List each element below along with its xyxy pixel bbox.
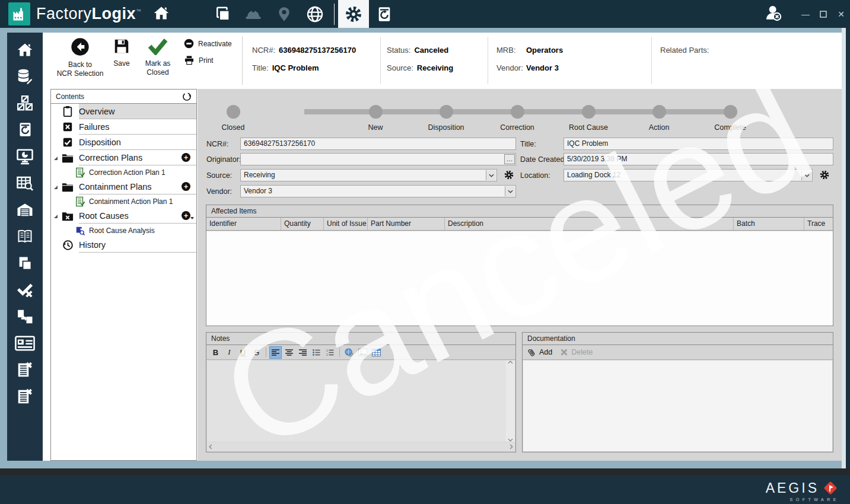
- documents-icon[interactable]: [207, 0, 238, 28]
- hardhat-icon[interactable]: [238, 0, 269, 28]
- date-created-field[interactable]: 5/30/2019 3:38 PM: [564, 153, 833, 165]
- failure-box-icon: [62, 121, 74, 133]
- strikethrough-button[interactable]: S: [250, 346, 263, 359]
- book-icon[interactable]: [7, 223, 43, 250]
- title-field[interactable]: IQC Problem: [564, 138, 833, 150]
- pallet-boxes-icon[interactable]: [7, 90, 43, 116]
- home-nav-icon[interactable]: [7, 36, 43, 63]
- notes-vertical-scrollbar[interactable]: [506, 361, 515, 442]
- globe-icon[interactable]: [300, 0, 330, 28]
- tree-item-failures[interactable]: Failures: [51, 119, 196, 135]
- save-button[interactable]: Save: [104, 37, 139, 68]
- logout-user-icon[interactable]: [763, 4, 784, 25]
- underline-button[interactable]: U: [237, 346, 249, 359]
- reactivate-button[interactable]: Reactivate: [184, 39, 232, 49]
- notes-horizontal-scrollbar[interactable]: [207, 442, 515, 451]
- notes-text-area[interactable]: [207, 361, 515, 442]
- align-center-button[interactable]: [283, 346, 295, 359]
- step-dot: [652, 105, 666, 119]
- add-root-cause-caret[interactable]: [190, 217, 194, 219]
- numbered-list-button[interactable]: 12: [324, 346, 336, 359]
- align-right-button[interactable]: [297, 346, 309, 359]
- italic-button[interactable]: I: [223, 346, 235, 359]
- approve-reject-icon[interactable]: [7, 276, 43, 303]
- restore-document-icon[interactable]: [369, 0, 400, 28]
- chevron-down-icon[interactable]: [801, 170, 811, 180]
- warehouse-icon[interactable]: [7, 196, 43, 223]
- close-button[interactable]: ✕: [832, 5, 850, 23]
- database-edit-icon[interactable]: [7, 63, 43, 90]
- vendor-dropdown[interactable]: Vendor 3: [240, 185, 516, 197]
- originator-field[interactable]: …: [240, 153, 516, 165]
- source-dropdown[interactable]: Receiving: [240, 169, 497, 181]
- expander-icon[interactable]: [54, 157, 58, 160]
- location-pin-icon[interactable]: [269, 0, 300, 28]
- chevron-down-icon[interactable]: [505, 186, 515, 196]
- column-unit-of-issue[interactable]: Unit of Issue: [324, 218, 368, 230]
- bold-button[interactable]: B: [209, 346, 222, 359]
- summary-ncr-title: NCR#:636948275137256170 Title:IQC Proble…: [252, 41, 356, 76]
- home-icon[interactable]: [152, 5, 170, 24]
- paperclip-icon[interactable]: [527, 348, 536, 357]
- bullet-list-button[interactable]: [310, 346, 323, 359]
- column-part-number[interactable]: Part Number: [368, 218, 445, 230]
- expander-icon[interactable]: [54, 186, 58, 189]
- chevron-down-icon[interactable]: [486, 170, 496, 180]
- column-batch[interactable]: Batch: [734, 218, 804, 230]
- tree-item-correction-plans[interactable]: Correction Plans +: [51, 150, 196, 165]
- add-correction-plan-button[interactable]: +: [182, 153, 190, 162]
- insert-table-icon[interactable]: [370, 346, 383, 359]
- tree-item-disposition[interactable]: Disposition: [51, 135, 196, 150]
- insert-image-icon[interactable]: [356, 346, 369, 359]
- copy-documents-icon[interactable]: [7, 250, 43, 276]
- originator-browse-button[interactable]: …: [504, 154, 515, 164]
- scroll-down-icon[interactable]: [508, 438, 513, 442]
- tree-item-containment-action-plan[interactable]: Containment Action Plan 1: [51, 194, 196, 208]
- add-document-button[interactable]: Add: [539, 348, 552, 356]
- documentation-list-body[interactable]: [523, 361, 832, 451]
- tree-item-history[interactable]: History: [51, 237, 196, 253]
- ncr-field[interactable]: 636948275137256170: [240, 138, 516, 150]
- tree-item-correction-action-plan[interactable]: Correction Action Plan 1: [51, 165, 196, 179]
- refresh-icon[interactable]: [182, 92, 192, 101]
- source-settings-gear-icon[interactable]: [504, 170, 514, 180]
- affected-items-grid-body[interactable]: [206, 231, 833, 326]
- id-card-icon[interactable]: [7, 330, 43, 356]
- column-trace[interactable]: Trace: [804, 218, 833, 230]
- action-plan-icon: [75, 196, 85, 206]
- data-grid-search-icon[interactable]: [7, 170, 43, 196]
- column-quantity[interactable]: Quantity: [281, 218, 324, 230]
- add-containment-plan-button[interactable]: +: [182, 182, 190, 191]
- backup-restore-icon[interactable]: [7, 116, 43, 143]
- bottom-charcoal-strip: [0, 468, 850, 476]
- back-to-ncr-selection-button[interactable]: Back toNCR Selection: [53, 37, 107, 78]
- column-description[interactable]: Description: [445, 218, 734, 230]
- dashboard-monitor-icon[interactable]: [7, 143, 43, 170]
- scroll-left-icon[interactable]: [209, 444, 212, 449]
- tree-item-root-causes[interactable]: Root Causes +: [51, 208, 196, 224]
- green-check-icon: [147, 37, 168, 55]
- scroll-up-icon[interactable]: [508, 361, 513, 364]
- scroll-right-icon[interactable]: [510, 444, 513, 449]
- settings-gear-icon[interactable]: [338, 0, 369, 28]
- expander-icon[interactable]: [54, 215, 58, 218]
- align-left-button[interactable]: [269, 346, 282, 359]
- transfer-icon[interactable]: [7, 303, 43, 330]
- ncr-list-icon-2[interactable]: [7, 383, 43, 410]
- mark-as-closed-button[interactable]: Mark asClosed: [139, 37, 176, 77]
- summary-divider: [380, 37, 381, 84]
- minimize-button[interactable]: —: [797, 5, 814, 23]
- column-identifier[interactable]: Identifier: [206, 218, 281, 230]
- summary-status-value: Canceled: [414, 46, 448, 55]
- tree-item-containment-plans[interactable]: Containment Plans +: [51, 179, 196, 194]
- tree-item-overview[interactable]: Overview: [51, 104, 196, 119]
- tree-item-root-cause-analysis[interactable]: Root Cause Analysis: [51, 224, 196, 237]
- add-root-cause-button[interactable]: +: [182, 211, 190, 220]
- step-dot: [511, 105, 524, 119]
- ncr-list-icon[interactable]: [7, 356, 43, 383]
- insert-link-icon[interactable]: [343, 346, 355, 359]
- location-dropdown[interactable]: Loading Dock 12: [564, 169, 813, 181]
- location-settings-gear-icon[interactable]: [819, 170, 830, 180]
- maximize-button[interactable]: [814, 5, 832, 23]
- print-button[interactable]: Print: [184, 55, 214, 65]
